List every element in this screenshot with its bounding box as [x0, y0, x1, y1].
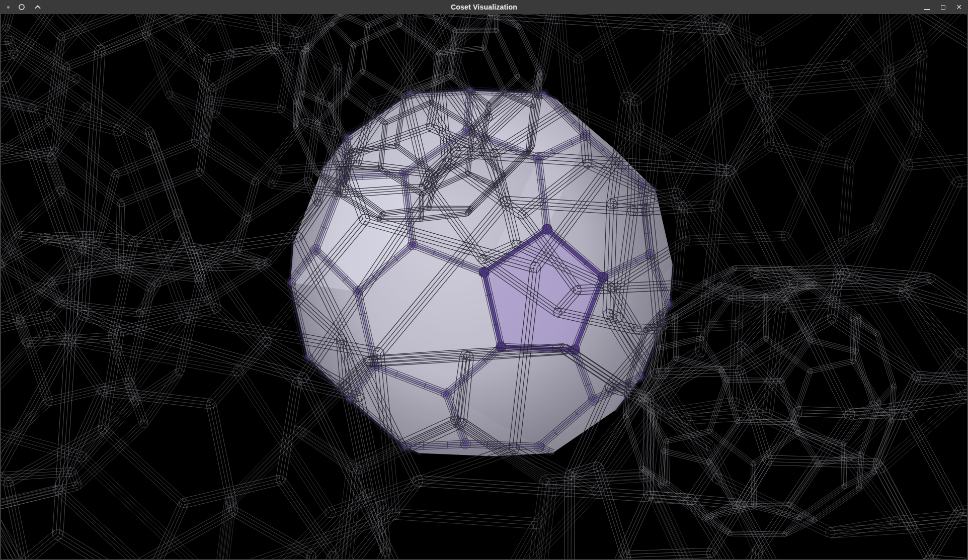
- window-controls: ✕: [923, 0, 963, 14]
- titlebar-menu-icons: [0, 0, 42, 14]
- bullet-dot-icon: [7, 6, 10, 9]
- close-icon: ✕: [956, 4, 962, 11]
- window-title: Coset Visualization: [451, 3, 517, 11]
- circle-icon[interactable]: [19, 4, 25, 10]
- minimize-button[interactable]: [923, 3, 931, 11]
- maximize-icon: [941, 5, 945, 10]
- chevron-up-icon[interactable]: [34, 3, 42, 11]
- minimize-icon: [924, 9, 930, 10]
- close-button[interactable]: ✕: [955, 3, 963, 11]
- viewport-canvas-3d-coset-scene[interactable]: [0, 14, 968, 560]
- app-window: { "window": { "title": "Coset Visualizat…: [0, 0, 968, 560]
- maximize-button[interactable]: [939, 3, 947, 11]
- titlebar[interactable]: Coset Visualization ✕: [0, 0, 968, 14]
